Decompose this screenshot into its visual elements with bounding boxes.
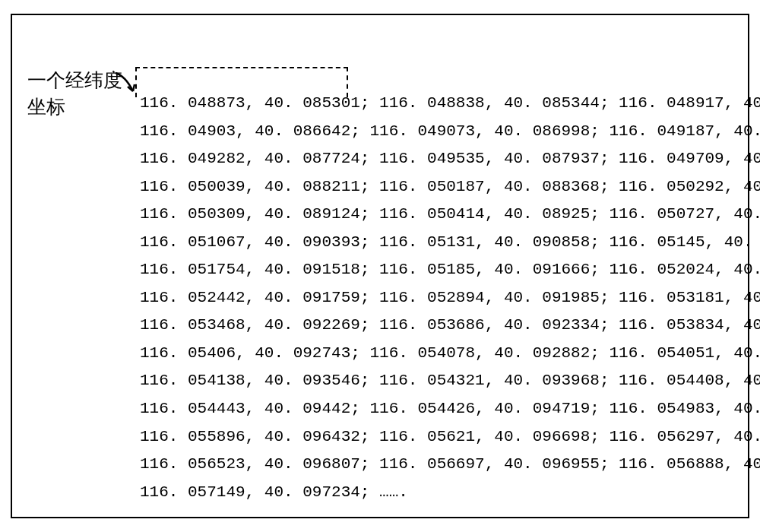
coord-line: 116. 055896, 40. 096432; 116. 05621, 40.…: [140, 425, 760, 450]
annotation-label-line2: 坐标: [27, 93, 122, 120]
coord-line: 116. 054443, 40. 09442; 116. 054426, 40.…: [140, 397, 760, 422]
coord-line: 116. 050309, 40. 089124; 116. 050414, 40…: [140, 202, 760, 227]
annotation-label: 一个经纬度 坐标: [27, 67, 122, 120]
coord-line: 116. 04903, 40. 086642; 116. 049073, 40.…: [140, 119, 760, 144]
document-frame: 一个经纬度 坐标 116. 048873, 40. 085301; 116. 0…: [11, 14, 749, 518]
annotation-label-line1: 一个经纬度: [27, 67, 122, 93]
coordinate-data: 116. 048873, 40. 085301; 116. 048838, 40…: [140, 91, 760, 508]
coord-line: 116. 057149, 40. 097234; …….: [140, 480, 760, 505]
coord-line: 116. 048873, 40. 085301; 116. 048838, 40…: [140, 91, 760, 116]
coord-line: 116. 056523, 40. 096807; 116. 056697, 40…: [140, 452, 760, 477]
coord-line: 116. 050039, 40. 088211; 116. 050187, 40…: [140, 175, 760, 200]
coord-line: 116. 052442, 40. 091759; 116. 052894, 40…: [140, 286, 760, 311]
coord-line: 116. 054138, 40. 093546; 116. 054321, 40…: [140, 369, 760, 394]
coord-line: 116. 051067, 40. 090393; 116. 05131, 40.…: [140, 230, 760, 255]
coord-line: 116. 05406, 40. 092743; 116. 054078, 40.…: [140, 341, 760, 366]
coord-line: 116. 051754, 40. 091518; 116. 05185, 40.…: [140, 258, 760, 283]
coord-line: 116. 049282, 40. 087724; 116. 049535, 40…: [140, 147, 760, 172]
coord-line: 116. 053468, 40. 092269; 116. 053686, 40…: [140, 313, 760, 338]
